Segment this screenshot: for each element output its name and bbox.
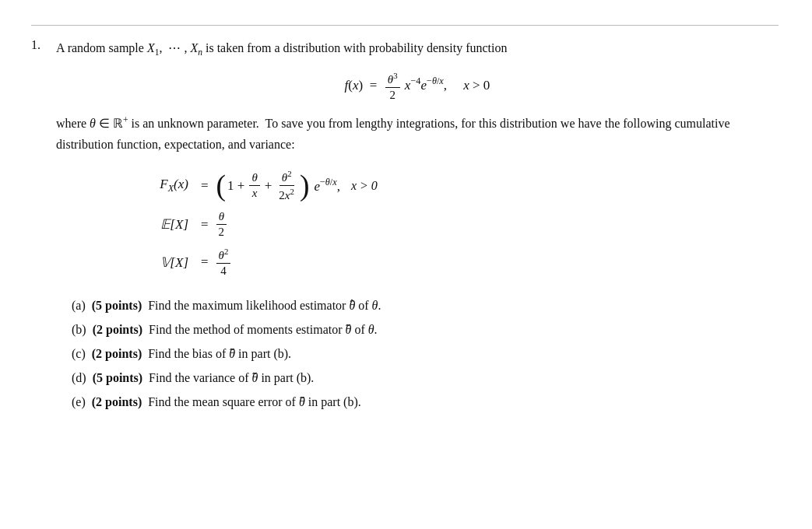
formulas-block: FX(x) = ( 1 + θ x + θ2 — [118, 169, 779, 278]
top-divider — [31, 25, 779, 26]
cdf-rhs: ( 1 + θ x + θ2 2x2 — [215, 169, 378, 202]
vx-formula-row: 𝕍[X] = θ2 4 — [118, 247, 779, 278]
parts-list: (a) (5 points) Find the maximum likeliho… — [56, 295, 779, 413]
part-c-points: (2 points) — [92, 347, 142, 360]
part-a-label: (a) — [72, 299, 86, 312]
pdf-fraction: θ3 2 — [385, 71, 400, 102]
vx-equals: = — [201, 254, 209, 270]
problem-number-label: 1. — [31, 38, 50, 52]
part-a-points: (5 points) — [92, 299, 142, 312]
ex-num: θ — [216, 210, 227, 225]
ex-formula-row: 𝔼[X] = θ 2 — [118, 210, 779, 239]
cdf-paren-content: 1 + θ x + θ2 2x2 — [227, 169, 298, 202]
pdf-formula: f(x) = θ3 2 x−4e−θ/x, x > 0 — [56, 71, 779, 102]
part-c-label: (c) — [72, 347, 86, 360]
part-e: (e) (2 points) Find the mean square erro… — [72, 391, 779, 414]
intro-paragraph: A random sample X1, ⋯ , Xn is taken from… — [56, 38, 779, 60]
problem-text-block: A random sample X1, ⋯ , Xn is taken from… — [56, 38, 779, 415]
ex-den: 2 — [216, 225, 227, 239]
cdf-exp-part: e−θ/x, — [314, 177, 340, 194]
cdf-equals: = — [201, 178, 209, 194]
cdf-frac-num1: θ — [249, 171, 259, 186]
vx-num: θ2 — [216, 247, 231, 264]
part-b: (b) (2 points) Find the method of moment… — [72, 319, 779, 342]
part-a: (a) (5 points) Find the maximum likeliho… — [72, 295, 779, 317]
cdf-formula-row: FX(x) = ( 1 + θ x + θ2 — [118, 169, 779, 202]
cdf-lhs: FX(x) — [118, 177, 188, 194]
part-c: (c) (2 points) Find the bias of θ̃ in pa… — [72, 343, 779, 366]
cdf-theta-over-x: θ x — [249, 171, 259, 200]
vx-lhs: 𝕍[X] — [118, 254, 188, 271]
cdf-condition: x > 0 — [351, 179, 378, 193]
part-b-label: (b) — [72, 323, 86, 336]
ex-equals: = — [201, 217, 209, 233]
vx-den: 4 — [218, 264, 229, 278]
problem-container: 1. A random sample X1, ⋯ , Xn is taken f… — [31, 25, 779, 415]
part-d-label: (d) — [72, 371, 86, 384]
pdf-denominator: 2 — [387, 88, 398, 102]
part-e-label: (e) — [72, 395, 86, 408]
problem-number-row: 1. A random sample X1, ⋯ , Xn is taken f… — [31, 38, 779, 415]
ex-lhs: 𝔼[X] — [118, 216, 188, 233]
part-e-points: (2 points) — [92, 395, 142, 408]
ex-fraction: θ 2 — [216, 210, 227, 239]
ex-rhs: θ 2 — [215, 210, 229, 239]
pdf-numerator: θ3 — [385, 71, 400, 88]
where-paragraph: where θ ∈ ℝ+ is an unknown parameter. To… — [56, 113, 779, 156]
part-d: (d) (5 points) Find the variance of θ̃ i… — [72, 367, 779, 390]
vx-rhs: θ2 4 — [215, 247, 233, 278]
right-paren: ) — [300, 171, 309, 200]
sample-vars: X1, ⋯ , Xn — [147, 41, 202, 54]
cdf-theta2-over-2x2: θ2 2x2 — [276, 169, 297, 202]
part-b-points: (2 points) — [93, 323, 142, 336]
left-paren: ( — [216, 171, 226, 200]
vx-fraction: θ2 4 — [216, 247, 231, 278]
cdf-frac-den1: x — [250, 186, 260, 200]
cdf-frac-den2: 2x2 — [276, 186, 297, 202]
cdf-frac-num2: θ2 — [279, 169, 294, 186]
part-d-points: (5 points) — [93, 371, 142, 384]
